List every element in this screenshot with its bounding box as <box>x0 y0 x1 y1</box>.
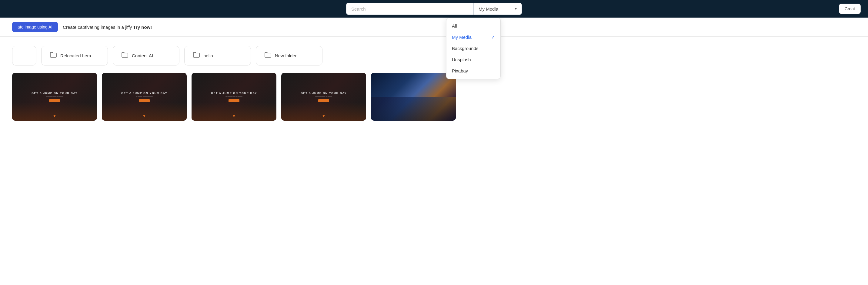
thumb-indicator: ▼ <box>53 114 56 118</box>
create-button[interactable]: Creat <box>839 4 861 14</box>
folders-row: Relocated Item Content AI hello <box>12 46 856 65</box>
dropdown-item-label: All <box>452 23 457 28</box>
folder-icon <box>193 52 200 59</box>
thumb-title: GET A JUMP ON YOUR DAY <box>301 91 347 94</box>
media-row: GET A JUMP ON YOUR DAY — ——— —— — ——— ▬▬… <box>12 73 856 121</box>
thumb-cta: ▬▬▬▬ <box>49 99 60 102</box>
check-icon: ✓ <box>491 35 495 40</box>
folder-name: New folder <box>275 53 297 58</box>
thumb-title: GET A JUMP ON YOUR DAY <box>121 91 167 94</box>
dropdown-item-label: Backgrounds <box>452 46 478 51</box>
media-type-dropdown[interactable]: My Media ▾ <box>473 3 522 15</box>
dropdown-menu: All My Media ✓ Backgrounds Unsplash Pixa… <box>446 18 501 79</box>
thumb-cta: ▬▬▬▬ <box>318 99 329 102</box>
thumb-content: GET A JUMP ON YOUR DAY — ——— —— — ——— ▬▬… <box>102 73 187 121</box>
dropdown-item-backgrounds[interactable]: Backgrounds <box>446 43 500 54</box>
folder-name: Relocated Item <box>60 53 91 58</box>
dropdown-item-all[interactable]: All <box>446 20 500 31</box>
dropdown-item-label: My Media <box>452 34 472 40</box>
dropdown-item-label: Unsplash <box>452 57 471 62</box>
ai-banner: ate image using AI Create captivating im… <box>0 18 868 37</box>
folder-card-new-folder[interactable]: New folder <box>256 46 322 65</box>
folder-card-placeholder[interactable] <box>12 46 36 65</box>
media-thumbnail-1[interactable]: GET A JUMP ON YOUR DAY — ——— —— — ——— ▬▬… <box>12 73 97 121</box>
thumb-indicator: ▼ <box>232 114 236 118</box>
folder-card-relocated-item[interactable]: Relocated Item <box>41 46 108 65</box>
ai-banner-plain-text: Create captivating images in a jiffy <box>63 25 133 30</box>
thumb-content: GET A JUMP ON YOUR DAY — ——— —— — ——— ▬▬… <box>12 73 97 121</box>
thumb-cta: ▬▬▬▬ <box>139 99 150 102</box>
thumb-subtitle: — ——— —— — ——— <box>225 95 243 97</box>
dropdown-selected-label: My Media <box>478 6 498 11</box>
media-thumbnail-2[interactable]: GET A JUMP ON YOUR DAY — ——— —— — ——— ▬▬… <box>102 73 187 121</box>
thumb-subtitle: — ——— —— — ——— <box>136 95 153 97</box>
folder-icon <box>265 52 271 59</box>
media-thumbnail-4[interactable]: GET A JUMP ON YOUR DAY — ——— —— — ——— ▬▬… <box>281 73 366 121</box>
folder-name: hello <box>204 53 213 58</box>
thumb-content <box>371 73 456 121</box>
thumb-subtitle: — ——— —— — ——— <box>315 95 332 97</box>
media-thumbnail-5[interactable] <box>371 73 456 121</box>
thumb-cta: ▬▬▬▬ <box>228 99 240 102</box>
ai-banner-text: Create captivating images in a jiffy Try… <box>63 25 152 30</box>
dropdown-item-label: Pixabay <box>452 68 468 74</box>
search-container: My Media ▾ <box>346 3 522 15</box>
thumb-indicator: ▼ <box>143 114 146 118</box>
ai-image-button[interactable]: ate image using AI <box>12 22 58 32</box>
search-input[interactable] <box>346 3 473 15</box>
folder-card-hello[interactable]: hello <box>184 46 251 65</box>
media-thumbnail-3[interactable]: GET A JUMP ON YOUR DAY — ——— —— — ——— ▬▬… <box>191 73 276 121</box>
chevron-down-icon: ▾ <box>515 7 517 11</box>
thumb-content: GET A JUMP ON YOUR DAY — ——— —— — ——— ▬▬… <box>281 73 366 121</box>
thumb-indicator: ▼ <box>322 114 326 118</box>
thumb-content: GET A JUMP ON YOUR DAY — ——— —— — ——— ▬▬… <box>191 73 276 121</box>
main-content: Relocated Item Content AI hello <box>0 37 868 285</box>
thumb-title: GET A JUMP ON YOUR DAY <box>32 91 78 94</box>
header: My Media ▾ All My Media ✓ Backgrounds Un… <box>0 0 868 18</box>
dropdown-item-pixabay[interactable]: Pixabay <box>446 65 500 77</box>
folder-icon <box>50 52 57 59</box>
dropdown-item-unsplash[interactable]: Unsplash <box>446 54 500 65</box>
thumb-title: GET A JUMP ON YOUR DAY <box>211 91 257 94</box>
ai-banner-bold-text: Try now! <box>133 25 152 30</box>
thumb-subtitle: — ——— —— — ——— <box>46 95 63 97</box>
folder-icon <box>122 52 128 59</box>
dropdown-item-my-media[interactable]: My Media ✓ <box>446 31 500 43</box>
folder-name: Content AI <box>132 53 153 58</box>
folder-card-content-ai[interactable]: Content AI <box>113 46 179 65</box>
